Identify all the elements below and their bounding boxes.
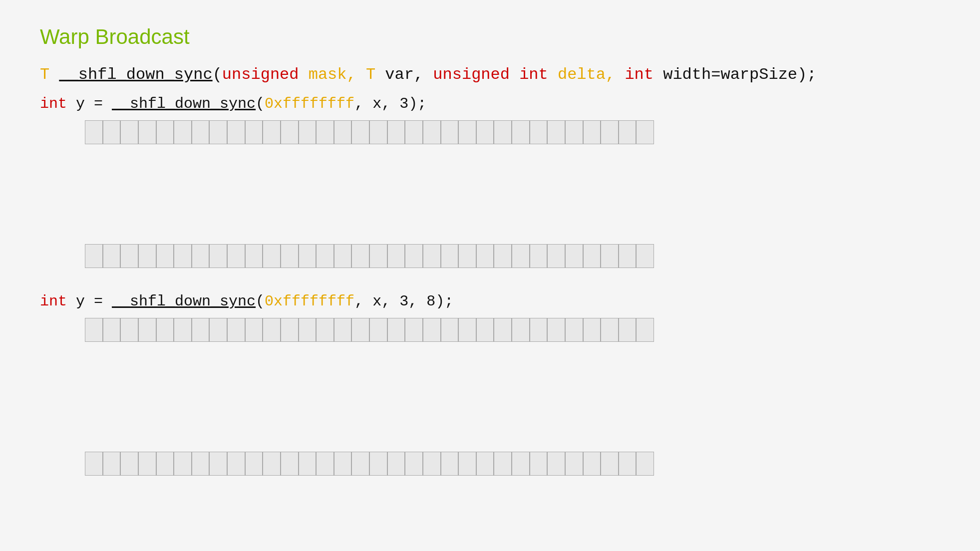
e2-top-cell-20 (441, 318, 459, 342)
e2-bottom-cell-8 (227, 452, 245, 476)
top-cell-12 (299, 120, 317, 144)
e2-top-cell-21 (458, 318, 476, 342)
top-cell-1 (103, 120, 121, 144)
bottom-cell-12 (299, 244, 317, 268)
example1-svg: // Draw diagonal arrows from cell i to c… (85, 144, 654, 244)
top-cell-16 (369, 120, 387, 144)
e2-bottom-cell-29 (601, 452, 619, 476)
e2-top-cell-26 (547, 318, 565, 342)
top-cell-10 (263, 120, 281, 144)
bottom-cell-24 (512, 244, 530, 268)
bottom-cell-25 (530, 244, 548, 268)
example1-top-row: // Render 32 cells inline for(let i=0;i<… (85, 120, 654, 144)
example1-code: int y = __shfl_down_sync(0xffffffff, x, … (40, 95, 940, 112)
e2-bottom-cell-31 (636, 452, 654, 476)
bottom-cell-6 (192, 244, 210, 268)
e2-bottom-cell-5 (174, 452, 192, 476)
bottom-cell-10 (263, 244, 281, 268)
e2-top-cell-14 (334, 318, 352, 342)
e2-top-cell-7 (209, 318, 227, 342)
bottom-cell-22 (476, 244, 494, 268)
top-cell-6 (192, 120, 210, 144)
bottom-cell-0 (85, 244, 103, 268)
e2-top-cell-27 (565, 318, 583, 342)
e2-bottom-cell-15 (351, 452, 369, 476)
e2-bottom-cell-4 (156, 452, 174, 476)
example2-svg: const cw2 = 1140/32; const svgLines2 = [… (85, 342, 654, 452)
top-cell-11 (281, 120, 299, 144)
e2-bottom-cell-22 (476, 452, 494, 476)
bottom-cell-15 (351, 244, 369, 268)
e2-top-cell-5 (174, 318, 192, 342)
top-cell-19 (423, 120, 441, 144)
e2-bottom-cell-28 (583, 452, 601, 476)
e2-top-cell-12 (299, 318, 317, 342)
return-type: T (40, 65, 59, 84)
e2-bottom-cell-18 (405, 452, 423, 476)
e2-top-cell-25 (530, 318, 548, 342)
bottom-cell-14 (334, 244, 352, 268)
e2-bottom-cell-26 (547, 452, 565, 476)
e2-top-cell-13 (316, 318, 334, 342)
e2-bottom-cell-13 (316, 452, 334, 476)
top-cell-9 (245, 120, 263, 144)
e2-top-cell-3 (138, 318, 156, 342)
func-name: __shfl_down_sync (59, 65, 212, 84)
top-cell-13 (316, 120, 334, 144)
e2-bottom-cell-14 (334, 452, 352, 476)
e2-bottom-cell-20 (441, 452, 459, 476)
e2-bottom-cell-1 (103, 452, 121, 476)
top-cell-26 (547, 120, 565, 144)
e2-top-cell-10 (263, 318, 281, 342)
bottom-cell-1 (103, 244, 121, 268)
top-cell-4 (156, 120, 174, 144)
top-cell-23 (494, 120, 512, 144)
e2-bottom-cell-9 (245, 452, 263, 476)
top-cell-28 (583, 120, 601, 144)
example2-top-row: for(let i=0;i<32;i++) document.write('<d… (85, 318, 654, 342)
example1-diagram: // Render 32 cells inline for(let i=0;i<… (85, 120, 654, 268)
e2-top-cell-6 (192, 318, 210, 342)
bottom-cell-30 (619, 244, 637, 268)
bottom-cell-11 (281, 244, 299, 268)
bottom-cell-27 (565, 244, 583, 268)
example2-code: int y = __shfl_down_sync(0xffffffff, x, … (40, 293, 940, 310)
e2-bottom-cell-3 (138, 452, 156, 476)
e2-bottom-cell-21 (458, 452, 476, 476)
example1-section: int y = __shfl_down_sync(0xffffffff, x, … (40, 95, 940, 268)
top-cell-5 (174, 120, 192, 144)
e2-top-cell-0 (85, 318, 103, 342)
bottom-cell-2 (120, 244, 138, 268)
example2-bottom-row: for(let i=0;i<32;i++) document.write('<d… (85, 452, 654, 476)
example2-arrows: const cw2 = 1140/32; const svgLines2 = [… (85, 342, 654, 452)
bottom-cell-5 (174, 244, 192, 268)
bottom-cell-9 (245, 244, 263, 268)
e2-bottom-cell-27 (565, 452, 583, 476)
e2-top-cell-1 (103, 318, 121, 342)
top-cell-0 (85, 120, 103, 144)
e2-bottom-cell-10 (263, 452, 281, 476)
bottom-cell-13 (316, 244, 334, 268)
e2-top-cell-16 (369, 318, 387, 342)
bottom-cell-16 (369, 244, 387, 268)
top-cell-29 (601, 120, 619, 144)
top-cell-14 (334, 120, 352, 144)
e2-bottom-cell-25 (530, 452, 548, 476)
top-cell-21 (458, 120, 476, 144)
top-cell-25 (530, 120, 548, 144)
e2-bottom-cell-11 (281, 452, 299, 476)
top-cell-15 (351, 120, 369, 144)
example1-bottom-row: for(let i=0;i<32;i++) document.write('<d… (85, 244, 654, 268)
e2-bottom-cell-6 (192, 452, 210, 476)
top-cell-18 (405, 120, 423, 144)
e2-top-cell-8 (227, 318, 245, 342)
top-cell-3 (138, 120, 156, 144)
e2-top-cell-17 (387, 318, 405, 342)
e2-top-cell-2 (120, 318, 138, 342)
e2-top-cell-9 (245, 318, 263, 342)
bottom-cell-29 (601, 244, 619, 268)
top-cell-8 (227, 120, 245, 144)
bottom-cell-8 (227, 244, 245, 268)
bottom-cell-17 (387, 244, 405, 268)
bottom-cell-4 (156, 244, 174, 268)
